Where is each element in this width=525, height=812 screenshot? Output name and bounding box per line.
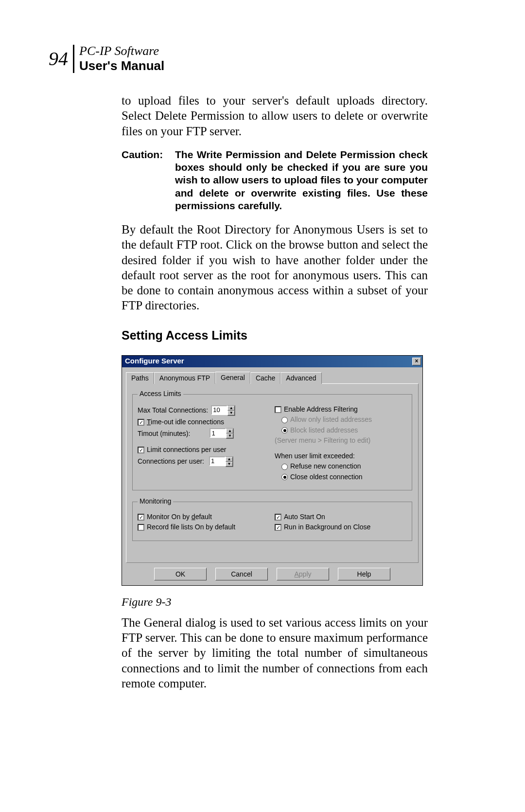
caution-text: The Write Permission and Delete Permissi… — [175, 148, 428, 212]
filtering-hint: (Server menu > Filtering to edit) — [275, 436, 370, 445]
dialog-button-row: OK Cancel Apply Help — [126, 568, 419, 580]
tab-general[interactable]: General — [215, 372, 250, 384]
timeout-minutes-label: Timout (minutes): — [138, 430, 190, 438]
page-header: 94 PC-IP Software User's Manual — [49, 44, 476, 73]
tab-advanced[interactable]: Advanced — [280, 372, 321, 384]
refuse-new-label: Refuse new conenction — [290, 462, 361, 471]
record-lists-checkbox[interactable]: Record file lists On by default — [138, 523, 235, 532]
dialog-title: Configure Server — [125, 357, 184, 366]
spin-down-icon[interactable]: ▼ — [226, 462, 233, 467]
run-background-checkbox[interactable]: ✓ Run in Background on Close — [275, 523, 370, 532]
conn-per-user-spinner[interactable]: ▲▼ — [209, 456, 233, 467]
checkbox-icon: ✓ — [275, 524, 281, 531]
dialog-titlebar: Configure Server × — [122, 356, 422, 367]
allow-only-listed-label: Allow only listed addresses — [290, 415, 372, 424]
spin-down-icon[interactable]: ▼ — [228, 411, 235, 415]
tab-strip: Paths Anonymous FTP General Cache Advanc… — [126, 371, 419, 384]
max-total-connections-input[interactable] — [211, 405, 228, 415]
enable-address-filtering-checkbox[interactable]: Enable Address Filtering — [275, 405, 358, 414]
caution-block: Caution: The Write Permission and Delete… — [122, 148, 428, 212]
monitor-default-label: Monitor On by default — [147, 513, 212, 522]
max-total-connections-spinner[interactable]: ▲▼ — [211, 405, 235, 416]
monitoring-group: Monitoring ✓ Monitor On by default — [132, 497, 412, 541]
header-divider — [73, 45, 74, 73]
close-button[interactable]: × — [412, 358, 421, 365]
run-background-label: Run in Background on Close — [284, 523, 370, 532]
radio-icon — [281, 464, 288, 470]
limit-per-user-label: Limit connections per user — [147, 446, 226, 454]
page-number: 94 — [49, 47, 73, 70]
checkbox-icon — [138, 524, 144, 531]
conn-per-user-input[interactable] — [209, 456, 226, 466]
enable-address-filtering-label: Enable Address Filtering — [284, 405, 358, 414]
radio-icon — [281, 427, 288, 433]
figure-caption: Figure 9-3 — [122, 595, 428, 609]
ok-button[interactable]: OK — [154, 568, 207, 580]
auto-start-label: Auto Start On — [284, 513, 325, 522]
monitor-default-checkbox[interactable]: ✓ Monitor On by default — [138, 513, 212, 522]
close-oldest-radio[interactable]: Close oldest connection — [281, 473, 363, 482]
refuse-new-radio[interactable]: Refuse new conenction — [281, 462, 361, 471]
monitoring-legend: Monitoring — [138, 497, 173, 506]
access-limits-legend: Access Limits — [138, 390, 183, 398]
checkbox-icon: ✓ — [138, 419, 144, 426]
spin-down-icon[interactable]: ▼ — [226, 433, 233, 438]
checkbox-icon: ✓ — [275, 514, 281, 521]
timeout-idle-label: Time-out idle connections — [147, 418, 224, 427]
block-listed-radio[interactable]: Block listed addresses — [281, 426, 358, 435]
close-oldest-label: Close oldest connection — [290, 473, 363, 482]
timeout-idle-checkbox[interactable]: ✓ Time-out idle connections — [138, 418, 224, 427]
when-exceeded-label: When user limit exceeded: — [275, 452, 355, 461]
tab-panel-general: Access Limits Max Total Connections: ▲▼ — [126, 383, 419, 563]
checkbox-icon: ✓ — [138, 447, 144, 453]
record-lists-label: Record file lists On by default — [147, 523, 235, 532]
tab-paths[interactable]: Paths — [126, 372, 154, 384]
configure-server-dialog: Configure Server × Paths Anonymous FTP G… — [122, 355, 423, 586]
help-button[interactable]: Help — [338, 568, 390, 580]
spin-up-icon[interactable]: ▲ — [226, 457, 233, 462]
tab-anonymous-ftp[interactable]: Anonymous FTP — [154, 372, 215, 384]
block-listed-label: Block listed addresses — [290, 426, 358, 435]
spin-up-icon[interactable]: ▲ — [228, 406, 235, 411]
radio-icon — [281, 417, 288, 423]
max-total-connections-label: Max Total Connections: — [138, 406, 208, 415]
tab-cache[interactable]: Cache — [250, 372, 280, 384]
cancel-button[interactable]: Cancel — [215, 568, 268, 580]
paragraph-general-dialog: The General dialog is used to set variou… — [122, 615, 428, 691]
spin-up-icon[interactable]: ▲ — [226, 429, 233, 433]
checkbox-icon — [275, 406, 281, 413]
paragraph-intro: to upload files to your server's default… — [122, 93, 428, 139]
timeout-input[interactable] — [210, 428, 226, 438]
access-limits-group: Access Limits Max Total Connections: ▲▼ — [132, 390, 412, 490]
checkbox-icon: ✓ — [138, 514, 144, 521]
caution-label: Caution: — [122, 148, 175, 212]
radio-icon — [281, 474, 288, 480]
connections-per-user-label: Connections per user: — [138, 457, 204, 466]
paragraph-root-dir: By default the Root Directory for Anonym… — [122, 222, 428, 313]
manual-title: User's Manual — [79, 58, 164, 73]
limit-per-user-checkbox[interactable]: ✓ Limit connections per user — [138, 446, 226, 454]
product-name: PC-IP Software — [79, 44, 164, 58]
timeout-spinner[interactable]: ▲▼ — [210, 428, 234, 439]
allow-only-listed-radio[interactable]: Allow only listed addresses — [281, 415, 372, 424]
auto-start-checkbox[interactable]: ✓ Auto Start On — [275, 513, 325, 522]
section-heading: Setting Access Limits — [122, 328, 428, 343]
apply-button[interactable]: Apply — [277, 568, 329, 580]
